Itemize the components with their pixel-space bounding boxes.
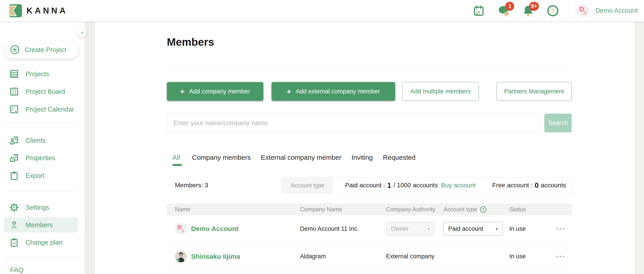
title-divider [167,65,572,65]
account-type-select[interactable]: Paid account ▼ [444,222,503,236]
sidebar-divider [4,258,78,258]
sidebar-gutter [85,21,95,274]
add-company-member-button[interactable]: + Add company member [167,82,264,101]
tab-label: All [172,154,180,161]
partners-management-button[interactable]: Partners Management [496,82,572,101]
tab-inviting[interactable]: Inviting [352,154,373,166]
projects-icon [9,69,19,79]
column-header-name: Name [175,206,300,213]
svg-text:?: ? [482,207,484,212]
row-menu-button[interactable] [556,256,572,258]
chevron-left-icon: ‹ [81,30,83,35]
select-value: Paid account [448,225,483,232]
sidebar-item-settings[interactable]: Settings [4,200,78,215]
add-multiple-members-button[interactable]: Add multiple members [402,82,479,101]
chat-button[interactable]: 1 [497,4,510,17]
account-summary-box: Account type Paid account : 1 / 1000 acc… [282,177,572,193]
column-header-label: Account type [444,206,477,213]
sidebar-divider [4,191,78,191]
sidebar-item-export[interactable]: Export [4,168,78,183]
project-calendar-icon [9,104,19,115]
header-divider [568,0,568,21]
sidebar-item-faq[interactable]: FAQ [10,266,24,274]
sidebar-collapse-button[interactable]: ‹ [78,28,87,37]
table-row: D A Demo Account Demo Account 11 Inc. Ow… [167,215,572,242]
tab-company-members[interactable]: Company members [192,154,251,166]
settings-icon [9,202,19,213]
notifications-button[interactable]: 9+ [522,4,534,17]
sidebar-item-label: Properties [26,154,55,162]
create-project-button[interactable]: Create Project [4,41,78,59]
search-button[interactable]: Search [544,114,572,133]
member-name-link[interactable]: Demo Account [191,225,238,233]
tab-all[interactable]: All [172,154,182,166]
button-label: Partners Management [504,88,564,95]
user-name: Demo Account [595,7,638,14]
avatar-letter-bottom: A [181,228,184,234]
table-row: Shinsaku Iijima Aldagram External compan… [167,242,572,271]
company-authority-cell: External company [386,253,444,260]
search-input[interactable] [167,114,540,133]
sidebar-item-properties[interactable]: Properties [4,150,78,165]
column-header-company: Company Name [300,206,386,213]
user-menu[interactable]: D A Demo Account [576,4,638,17]
company-name-cell: Aldagram [300,253,386,260]
main-content: Members + Add company member + Add exter… [95,21,634,274]
user-avatar: D A [576,4,590,17]
select-value: Owner [391,225,409,232]
tab-requested[interactable]: Requested [383,154,416,166]
clients-icon [9,135,19,146]
tab-label: Requested [383,154,416,161]
sidebar-item-change-plan[interactable]: Change plan [4,235,78,250]
sidebar-item-label: Change plan [26,239,62,246]
sidebar-item-label: Settings [26,204,49,211]
export-icon [9,170,19,181]
tab-label: Company members [192,154,251,161]
chat-badge: 1 [505,2,514,11]
members-count: Members: 3 [175,182,208,189]
status-cell: In use [509,225,556,232]
top-header: KANNA 1 [0,0,644,21]
sidebar-item-project-board[interactable]: Project Board [4,84,78,99]
sidebar-divider [4,123,78,123]
row-menu-button[interactable] [556,228,572,230]
members-table: Name Company Name Company Authority Acco… [167,203,572,271]
column-header-status: Status [509,206,556,213]
sidebar-item-members[interactable]: Members [4,217,78,233]
search-row: Search [167,114,572,133]
sidebar-item-clients[interactable]: Clients [4,133,78,148]
account-type-help-icon[interactable]: ? [480,206,486,213]
company-authority-select: Owner ▼ [386,222,434,236]
logo-text: KANNA [26,6,68,15]
help-button[interactable]: ? [546,4,559,17]
kanna-logo[interactable]: KANNA [9,4,68,17]
actions-row: + Add company member + Add external comp… [167,82,572,101]
paid-account-total: / 1000 accounts [394,182,438,189]
kanna-logo-icon [9,4,22,17]
free-account-suffix: accounts [541,182,566,189]
sidebar: ‹ Create Project Projects [0,21,85,274]
help-icon: ? [547,5,559,17]
caret-down-icon: ▼ [427,227,430,231]
column-header-account-type: Account type ? [444,206,509,213]
properties-icon [9,153,19,163]
buy-account-link[interactable]: Buy account [441,182,476,189]
member-name-link[interactable]: Shinsaku Iijima [191,253,240,260]
sidebar-item-label: Clients [26,137,46,144]
scrollbar-track[interactable] [634,21,644,274]
caret-down-icon: ▼ [495,227,498,231]
account-type-cell: Account type [282,177,333,193]
add-external-company-member-button[interactable]: + Add external company member [272,82,395,101]
tab-external-company-member[interactable]: External company member [261,154,341,166]
create-project-label: Create Project [25,46,66,54]
member-filter-tabs: All Company members External company mem… [167,154,572,166]
summary-row: Members: 3 Account type Paid account : 1… [167,177,572,193]
sidebar-item-label: Projects [26,70,49,78]
calendar-icon [473,5,484,16]
sidebar-item-projects[interactable]: Projects [4,66,78,82]
sidebar-item-project-calendar[interactable]: Project Calendar [4,102,78,117]
calendar-button[interactable] [472,4,485,17]
button-label: Add multiple members [410,88,471,95]
sidebar-item-label: Export [26,172,44,179]
sidebar-item-label: Project Calendar [26,106,74,113]
